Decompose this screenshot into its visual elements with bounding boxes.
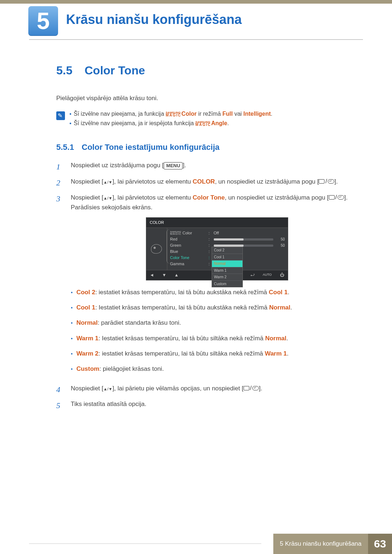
subsection-title: Color Tone iestatījumu konfigurācija (82, 143, 220, 152)
chapter-title: Krāsu nianšu konfigurēšana (66, 12, 242, 27)
palette-icon (151, 244, 162, 254)
section-title: Color Tone (85, 64, 145, 77)
section-heading: 5.5Color Tone (56, 64, 363, 77)
subsection-heading: 5.5.1Color Tone iestatījumu konfigurācij… (56, 143, 363, 152)
select-enter-icon: / (329, 193, 344, 202)
footer-rule (29, 543, 261, 544)
osd-enter-icon: ⮐ (250, 272, 255, 279)
step-number: 2 (56, 177, 64, 189)
step-2: 2 Nospiediet [], lai pārvietotos uz elem… (56, 177, 363, 189)
step-1: 1 Nospiediet uz izstrādājuma pogu [MENU]… (56, 161, 363, 173)
intro-text: Pielāgojiet vispārējo attēla krāsu toni. (56, 95, 363, 102)
step-3: 3 Nospiediet [], lai pārvietotos uz elem… (56, 193, 363, 380)
osd-selected-option: Normal (212, 260, 242, 267)
option-cool2: ●Cool 2: iestatiet krāsas temperatūru, l… (71, 288, 363, 297)
page-header: 5 Krāsu nianšu konfigurēšana (0, 0, 392, 8)
osd-title: COLOR (146, 218, 288, 228)
up-down-icon (103, 385, 113, 392)
osd-left-icon: ◄ (150, 272, 154, 279)
step-number: 3 (56, 193, 64, 380)
note-line-1: ●Šī izvēlne nav pieejama, ja funkcija SA… (69, 111, 273, 117)
menu-key: MENU (164, 162, 183, 169)
samsung-magic-label: SAMSUNGMAGIC (195, 121, 211, 126)
select-enter-icon: / (319, 177, 334, 186)
option-cool1: ●Cool 1: Iestatiet krāsas temperatūru, l… (71, 303, 363, 312)
header-rule (29, 39, 363, 40)
osd-row-magic: SAMSUNGMAGIC Color : Off (170, 230, 285, 236)
option-bullets: ●Cool 2: iestatiet krāsas temperatūru, l… (71, 288, 363, 374)
footer-text: 5 Krāsu nianšu konfigurēšana (273, 534, 368, 554)
option-normal: ●Normal: parādiet standarta krāsu toni. (71, 318, 363, 328)
subsection-number: 5.5.1 (56, 143, 82, 152)
note-icon (56, 111, 65, 120)
osd-row-red: Red : 50 (170, 236, 285, 242)
option-warm2: ●Warm 2: iestatiet krāsas temperatūru, l… (71, 349, 363, 358)
osd-auto-label: AUTO (263, 272, 272, 278)
osd-power-icon: ⏻ (280, 272, 284, 279)
note-line-2: ●Šī izvēlne nav pieejama, ja ir iespējot… (69, 120, 273, 127)
steps: 1 Nospiediet uz izstrādājuma pogu [MENU]… (56, 161, 363, 412)
osd-up-icon: ▲ (174, 272, 179, 279)
step-5: 5 Tiks iestatīta atlasītā opcija. (56, 399, 363, 412)
step-number: 1 (56, 161, 64, 173)
section-number: 5.5 (56, 64, 85, 77)
chapter-number-badge: 5 (28, 6, 58, 36)
page-footer: 5 Krāsu nianšu konfigurēšana 63 (0, 534, 392, 554)
up-down-icon (103, 194, 113, 201)
option-custom: ●Custom: pielāgojiet krāsas toni. (71, 364, 363, 374)
osd-screenshot: COLOR SAMSUNGMAGIC Color : Off (146, 217, 288, 280)
step-4: 4 Nospiediet [], lai pārietu pie vēlamās… (56, 383, 363, 396)
osd-dropdown: Cool 2 Cool 1 Normal Warm 1 Warm 2 Custo… (212, 247, 243, 287)
osd-down-icon: ▼ (162, 272, 166, 279)
samsung-magic-label: SAMSUNGMAGIC (166, 112, 181, 116)
step-number: 5 (56, 399, 64, 412)
select-enter-icon: / (244, 383, 259, 393)
samsung-magic-label: SAMSUNGMAGIC (170, 231, 181, 235)
step-number: 4 (56, 383, 64, 396)
footer-page-number: 63 (368, 534, 392, 554)
note-block: ●Šī izvēlne nav pieejama, ja funkcija SA… (56, 111, 363, 130)
up-down-icon (103, 178, 113, 185)
option-warm1: ●Warm 1: Iestatiet krāsas temperatūru, l… (71, 334, 363, 343)
content: 5.5Color Tone Pielāgojiet vispārējo attē… (56, 64, 363, 415)
note-list: ●Šī izvēlne nav pieejama, ja funkcija SA… (69, 111, 273, 130)
